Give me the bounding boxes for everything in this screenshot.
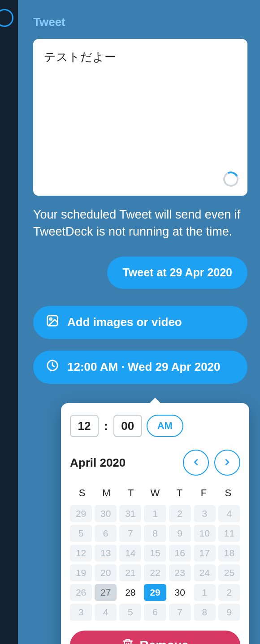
calendar-day: 3 bbox=[70, 604, 92, 621]
schedule-label: 12:00 AM · Wed 29 Apr 2020 bbox=[67, 360, 221, 374]
dow-cell: S bbox=[70, 487, 94, 499]
time-separator: : bbox=[103, 419, 109, 433]
calendar-day-selected[interactable]: 29 bbox=[144, 584, 166, 601]
panel-title: Tweet bbox=[33, 15, 247, 29]
calendar-day: 8 bbox=[144, 525, 166, 542]
add-media-label: Add images or video bbox=[67, 315, 182, 329]
calendar-day: 18 bbox=[218, 545, 240, 562]
clock-icon bbox=[46, 359, 59, 375]
calendar-day: 16 bbox=[169, 545, 191, 562]
svg-point-1 bbox=[50, 318, 52, 320]
calendar-day: 4 bbox=[95, 604, 117, 621]
calendar-day: 1 bbox=[144, 505, 166, 522]
char-count-ring-icon bbox=[221, 169, 241, 189]
prev-month-button[interactable] bbox=[183, 450, 209, 476]
calendar-day: 19 bbox=[70, 564, 92, 581]
calendar-day: 9 bbox=[169, 525, 191, 542]
schedule-popover: : AM April 2020 SMTWTFS bbox=[61, 403, 249, 644]
next-month-button[interactable] bbox=[214, 450, 240, 476]
calendar-day: 9 bbox=[218, 604, 240, 621]
tweet-send-button[interactable]: Tweet at 29 Apr 2020 bbox=[107, 257, 247, 289]
calendar-day: 23 bbox=[169, 564, 191, 581]
calendar-day: 30 bbox=[95, 505, 117, 522]
calendar-day: 4 bbox=[218, 505, 240, 522]
calendar-day[interactable]: 28 bbox=[119, 584, 141, 601]
calendar-day: 26 bbox=[70, 584, 92, 601]
calendar-day: 7 bbox=[169, 604, 191, 621]
tweet-composer[interactable]: テストだよー bbox=[33, 39, 247, 196]
calendar-day: 8 bbox=[194, 604, 216, 621]
calendar-day[interactable]: 27 bbox=[95, 584, 117, 601]
dow-cell: S bbox=[216, 487, 240, 499]
calendar-day: 1 bbox=[194, 584, 216, 601]
calendar-day: 21 bbox=[119, 564, 141, 581]
hour-input[interactable] bbox=[70, 415, 99, 437]
calendar-day: 20 bbox=[95, 564, 117, 581]
calendar-day: 14 bbox=[119, 545, 141, 562]
calendar-day: 29 bbox=[70, 505, 92, 522]
calendar-day: 15 bbox=[144, 545, 166, 562]
schedule-button[interactable]: 12:00 AM · Wed 29 Apr 2020 bbox=[33, 351, 247, 384]
minute-input[interactable] bbox=[113, 415, 142, 437]
calendar-day: 13 bbox=[95, 545, 117, 562]
add-media-button[interactable]: Add images or video bbox=[33, 306, 247, 339]
chevron-right-icon bbox=[222, 457, 232, 468]
account-avatar[interactable] bbox=[0, 9, 13, 27]
ampm-toggle[interactable]: AM bbox=[147, 415, 183, 437]
chevron-left-icon bbox=[191, 457, 201, 468]
calendar-grid: 2930311234567891011121314151617181920212… bbox=[70, 505, 240, 621]
tweet-send-label: Tweet at 29 Apr 2020 bbox=[122, 266, 232, 279]
dow-cell: M bbox=[94, 487, 118, 499]
dow-cell: T bbox=[167, 487, 191, 499]
calendar-day: 5 bbox=[119, 604, 141, 621]
tweet-text[interactable]: テストだよー bbox=[44, 50, 237, 65]
dow-cell: W bbox=[143, 487, 167, 499]
dow-cell: F bbox=[191, 487, 216, 499]
calendar-day: 2 bbox=[218, 584, 240, 601]
calendar-day: 3 bbox=[194, 505, 216, 522]
ampm-label: AM bbox=[157, 420, 173, 431]
calendar-day: 5 bbox=[70, 525, 92, 542]
calendar-day: 25 bbox=[218, 564, 240, 581]
remove-label: Remove bbox=[140, 638, 189, 644]
calendar-day: 12 bbox=[70, 545, 92, 562]
calendar-day: 6 bbox=[144, 604, 166, 621]
calendar-day: 11 bbox=[218, 525, 240, 542]
app-sidebar bbox=[0, 0, 18, 644]
calendar-day: 17 bbox=[194, 545, 216, 562]
day-of-week-header: SMTWTFS bbox=[70, 487, 240, 499]
calendar-day: 10 bbox=[194, 525, 216, 542]
calendar-day: 31 bbox=[119, 505, 141, 522]
month-label: April 2020 bbox=[70, 456, 126, 470]
dow-cell: T bbox=[119, 487, 143, 499]
calendar-day[interactable]: 30 bbox=[169, 584, 191, 601]
remove-schedule-button[interactable]: Remove bbox=[70, 631, 240, 644]
calendar-day: 6 bbox=[95, 525, 117, 542]
calendar-day: 2 bbox=[169, 505, 191, 522]
trash-icon bbox=[122, 638, 134, 644]
time-picker: : AM bbox=[70, 415, 240, 437]
schedule-hint: Your scheduled Tweet will send even if T… bbox=[33, 206, 247, 240]
image-icon bbox=[46, 314, 59, 331]
calendar-day: 7 bbox=[119, 525, 141, 542]
calendar-day: 22 bbox=[144, 564, 166, 581]
calendar-day: 24 bbox=[194, 564, 216, 581]
compose-panel: Tweet テストだよー Your scheduled Tweet will s… bbox=[18, 0, 260, 644]
